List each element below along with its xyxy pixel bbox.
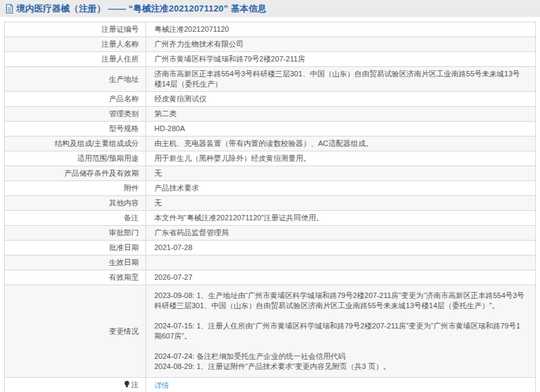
row-label: 附件 [5, 181, 146, 196]
table-row: 变更情况2023-09-08: 1、生产地址由“广州市黄埔区科学城瑞和路79号2… [5, 285, 536, 378]
row-label: 生产地址 [5, 67, 146, 92]
row-label: 变更情况 [5, 285, 146, 378]
table-row: 适用范围/预期用途用于新生儿（黑种婴儿除外）经皮黄疸测量用。 [5, 151, 536, 166]
row-label: 注册人住所 [5, 52, 146, 67]
table-row: 批准日期2021-07-28 [5, 241, 536, 255]
row-value: 广州市黄埔区科学城瑞和路79号2楼207-211房 [146, 52, 536, 67]
row-label: 产品储存条件及有效期 [5, 166, 146, 181]
document-icon [5, 4, 14, 14]
bulb-icon [124, 381, 130, 391]
details-link[interactable]: 详情 [154, 381, 169, 389]
basic-info-section: 注册证编号粤械注准20212071120注册人名称广州齐力生物技术有限公司注册人… [4, 22, 536, 392]
change-record: 2024-08-29: 1、注册证附件“产品技术要求”变更内容见附页（共3 页）… [154, 362, 527, 372]
row-value: 2021-07-28 [146, 241, 536, 255]
table-row: 附件产品技术要求 [5, 181, 536, 196]
change-record: 2024-07-15: 1、注册人住所由“广州市黄埔区科学城瑞和路79号2楼20… [154, 321, 527, 341]
row-label: 管理类别 [5, 107, 146, 122]
page-header: 境内医疗器械（注册） —— “粤械注准20212071120” 基本信息 [0, 0, 540, 17]
table-row: 管理类别第二类 [5, 107, 536, 122]
row-label: 备注 [5, 211, 146, 226]
table-row: 注册证编号粤械注准20212071120 [5, 22, 536, 37]
row-value: 经皮黄疸测试仪 [146, 92, 536, 107]
row-label: 注册人名称 [5, 37, 146, 52]
basic-info-table: 注册证编号粤械注准20212071120注册人名称广州齐力生物技术有限公司注册人… [4, 22, 536, 392]
row-value: 详情 [146, 378, 536, 392]
row-value: 2023-09-08: 1、生产地址由“广州市黄埔区科学城瑞和路79号2楼207… [146, 285, 536, 378]
row-label: 产品名称 [5, 92, 146, 107]
row-label: 生效日期 [5, 255, 146, 270]
row-label: 注册证编号 [5, 22, 146, 37]
table-row: 注详情 [5, 378, 536, 392]
row-label: 结构及组成/主要组成成分 [5, 137, 146, 151]
row-value: 产品技术要求 [146, 181, 536, 196]
table-row: 产品储存条件及有效期无 [5, 166, 536, 181]
table-row: 结构及组成/主要组成成分由主机、充电器装置（带有内置的读数校验器）、AC适配器组… [5, 137, 536, 151]
row-label: 型号规格 [5, 122, 146, 137]
row-label: 审批部门 [5, 226, 146, 241]
table-row: 生效日期 [5, 255, 536, 270]
row-value: 粤械注准20212071120 [146, 22, 536, 37]
row-value: 广东省药品监督管理局 [146, 226, 536, 241]
row-label: 其他内容 [5, 196, 146, 211]
table-row: 型号规格HD-280A [5, 122, 536, 137]
row-value: 由主机、充电器装置（带有内置的读数校验器）、AC适配器组成。 [146, 137, 536, 151]
row-label: 有效期至 [5, 270, 146, 285]
table-row: 注册人住所广州市黄埔区科学城瑞和路79号2楼207-211房 [5, 52, 536, 67]
table-row: 有效期至2026-07-27 [5, 270, 536, 285]
row-label-text: 注 [131, 381, 139, 389]
table-row: 审批部门广东省药品监督管理局 [5, 226, 536, 241]
row-value: 第二类 [146, 107, 536, 122]
row-label: 批准日期 [5, 241, 146, 255]
row-value: 广州齐力生物技术有限公司 [146, 37, 536, 52]
row-label: 适用范围/预期用途 [5, 151, 146, 166]
row-value: 无 [146, 166, 536, 181]
row-value: 用于新生儿（黑种婴儿除外）经皮黄疸测量用。 [146, 151, 536, 166]
change-record: 2024-07-24: 备注栏增加受托生产企业的统一社会信用代码 [154, 351, 527, 362]
row-label: 注 [5, 378, 146, 392]
row-value: 2026-07-27 [146, 270, 536, 285]
row-value: 济南市高新区正丰路554号3号科研楼三层301、中国（山东）自由贸易试验区济南片… [146, 67, 536, 92]
row-value: HD-280A [146, 122, 536, 137]
page-title: 境内医疗器械（注册） —— “粤械注准20212071120” 基本信息 [16, 3, 267, 15]
row-value: 本文件与“粤械注准20212071120”注册证共同使用。 [146, 211, 536, 226]
change-record: 2023-09-08: 1、生产地址由“广州市黄埔区科学城瑞和路79号2楼207… [154, 291, 527, 311]
table-row: 备注本文件与“粤械注准20212071120”注册证共同使用。 [5, 211, 536, 226]
table-row: 生产地址济南市高新区正丰路554号3号科研楼三层301、中国（山东）自由贸易试验… [5, 67, 536, 92]
table-row: 注册人名称广州齐力生物技术有限公司 [5, 37, 536, 52]
row-value [146, 255, 536, 270]
table-row: 其他内容无 [5, 196, 536, 211]
table-row: 产品名称经皮黄疸测试仪 [5, 92, 536, 107]
row-value: 无 [146, 196, 536, 211]
